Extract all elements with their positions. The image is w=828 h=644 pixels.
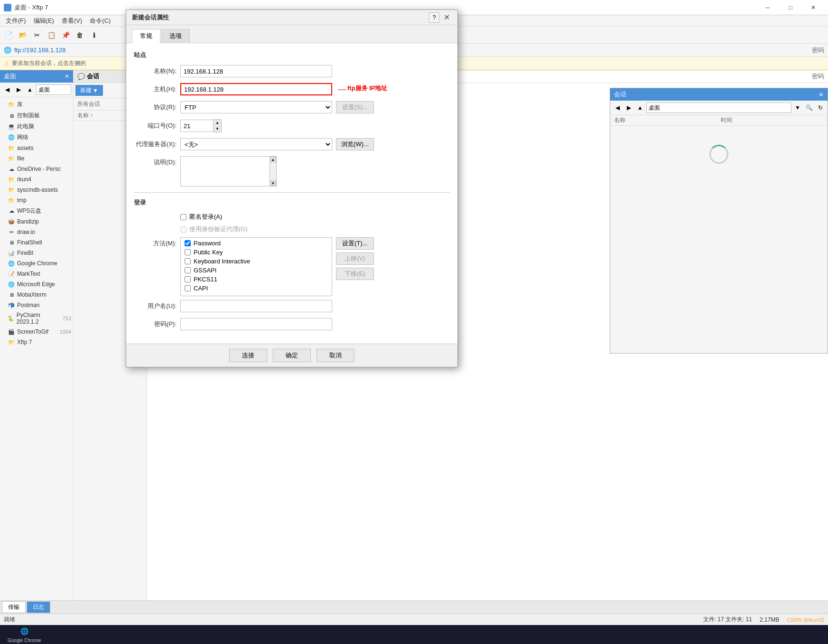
method-section: 方法(M): Password Public Key Keyboard I	[134, 237, 450, 296]
connect-button[interactable]: 连接	[229, 349, 267, 362]
browse-button[interactable]: 浏览(W)...	[336, 138, 374, 150]
password-field-label: 密码(P):	[134, 320, 177, 328]
port-input[interactable]	[180, 120, 214, 132]
proxy-auth-row: 使用身份验证代理(G)	[180, 225, 450, 233]
method-list: Password Public Key Keyboard Interactive	[180, 237, 332, 296]
form-row-port: 端口号(O): ▲ ▼	[134, 119, 450, 132]
dialog-help-button[interactable]: ?	[429, 12, 439, 23]
method-password: Password	[185, 240, 328, 247]
proxy-auth-label: 使用身份验证代理(G)	[189, 225, 248, 233]
desc-label: 说明(D):	[134, 158, 177, 167]
protocol-settings-button[interactable]: 设置(S)...	[336, 101, 374, 113]
method-password-label: Password	[194, 240, 221, 247]
taskbar-chrome-label: Google Chrome	[8, 638, 41, 643]
tab-general[interactable]: 常规	[132, 29, 160, 43]
form-row-desc: 说明(D): ▲ ▼	[134, 156, 450, 187]
port-label: 端口号(O):	[134, 121, 177, 130]
method-pubkey-checkbox[interactable]	[185, 249, 191, 255]
port-spinners: ▲ ▼	[214, 119, 222, 132]
method-keyboard-label: Keyboard Interactive	[194, 258, 250, 265]
protocol-label: 协议(R):	[134, 103, 177, 112]
dialog-tabs: 常规 选项	[126, 25, 457, 43]
form-row-username: 用户名(U):	[134, 300, 450, 312]
password-input[interactable]	[180, 318, 332, 330]
method-pubkey-label: Public Key	[194, 249, 223, 256]
anon-label: 匿名登录(A)	[189, 213, 222, 221]
ftp-annotation: ftp服务 IP地址	[347, 84, 388, 93]
method-gssapi-checkbox[interactable]	[185, 267, 191, 273]
dialog-content: 站点 名称(N): 主机(H): ftp服务 IP地址 协议(R):	[126, 43, 457, 344]
method-move-down-button[interactable]: 下移(E)	[336, 268, 374, 280]
taskbar-item-chrome[interactable]: 🌐 Google Chrome	[4, 625, 45, 644]
method-settings-button[interactable]: 设置(T)...	[336, 237, 374, 250]
new-session-dialog: 新建会话属性 ? ✕ 常规 选项 站点 名称(N): 主机(H): ftp服务 …	[126, 9, 458, 367]
section-login-title: 登录	[134, 198, 450, 207]
method-password-checkbox[interactable]	[185, 240, 191, 246]
dialog-title: 新建会话属性	[132, 13, 429, 22]
dialog-footer: 连接 确定 取消	[126, 344, 457, 367]
proxy-auth-checkbox[interactable]	[180, 226, 186, 233]
protocol-select[interactable]: FTP	[180, 101, 332, 113]
port-input-wrap: ▲ ▼	[180, 119, 222, 132]
form-row-name: 名称(N):	[134, 65, 450, 77]
method-capi-label: CAPI	[194, 285, 208, 292]
form-row-protocol: 协议(R): FTP 设置(S)...	[134, 101, 450, 113]
form-row-password: 密码(P):	[134, 318, 450, 330]
method-keyboard-interactive: Keyboard Interactive	[185, 258, 328, 265]
method-capi: CAPI	[185, 285, 328, 292]
method-pkcs11-checkbox[interactable]	[185, 276, 191, 282]
form-row-proxy: 代理服务器(X): <无> 浏览(W)...	[134, 138, 450, 150]
taskbar: 🌐 Google Chrome	[0, 625, 828, 644]
dialog-overlay: 新建会话属性 ? ✕ 常规 选项 站点 名称(N): 主机(H): ftp服务 …	[0, 0, 828, 644]
form-row-host: 主机(H): ftp服务 IP地址	[134, 83, 450, 95]
taskbar-chrome-icon: 🌐	[19, 625, 30, 637]
method-label: 方法(M):	[134, 239, 177, 248]
method-move-up-button[interactable]: 上移(V)	[336, 252, 374, 265]
port-decrement[interactable]: ▼	[214, 126, 221, 132]
method-keyboard-checkbox[interactable]	[185, 258, 191, 264]
method-pkcs11-label: PKCS11	[194, 276, 217, 283]
dialog-title-bar: 新建会话属性 ? ✕	[126, 10, 457, 25]
cancel-button[interactable]: 取消	[316, 349, 354, 362]
name-label: 名称(N):	[134, 67, 177, 75]
method-public-key: Public Key	[185, 249, 328, 256]
username-input[interactable]	[180, 300, 332, 312]
username-label: 用户名(U):	[134, 302, 177, 310]
method-gssapi: GSSAPI	[185, 267, 328, 274]
scroll-down-btn[interactable]: ▼	[270, 180, 276, 186]
section-site-title: 站点	[134, 51, 450, 59]
scroll-up-btn[interactable]: ▲	[270, 157, 276, 162]
method-buttons: 设置(T)... 上移(V) 下移(E)	[336, 237, 374, 280]
method-gssapi-label: GSSAPI	[194, 267, 216, 274]
tab-options[interactable]: 选项	[161, 29, 190, 43]
ok-button[interactable]: 确定	[273, 349, 311, 362]
desc-scrollbar: ▲ ▼	[270, 156, 277, 187]
desc-textarea[interactable]	[180, 156, 270, 187]
proxy-select[interactable]: <无>	[180, 138, 332, 150]
host-label: 主机(H):	[134, 85, 177, 93]
login-section: 登录 匿名登录(A) 使用身份验证代理(G) 方法(M):	[134, 192, 450, 330]
method-capi-checkbox[interactable]	[185, 285, 191, 291]
annotation-line	[338, 83, 347, 96]
proxy-label: 代理服务器(X):	[134, 140, 177, 149]
dialog-close-button[interactable]: ✕	[441, 12, 452, 23]
port-increment[interactable]: ▲	[214, 120, 221, 126]
anon-login-row: 匿名登录(A)	[180, 213, 450, 221]
textarea-wrap: ▲ ▼	[180, 156, 277, 187]
method-pkcs11: PKCS11	[185, 276, 328, 283]
name-input[interactable]	[180, 65, 332, 77]
host-input[interactable]	[180, 83, 332, 95]
anon-checkbox[interactable]	[180, 214, 186, 220]
